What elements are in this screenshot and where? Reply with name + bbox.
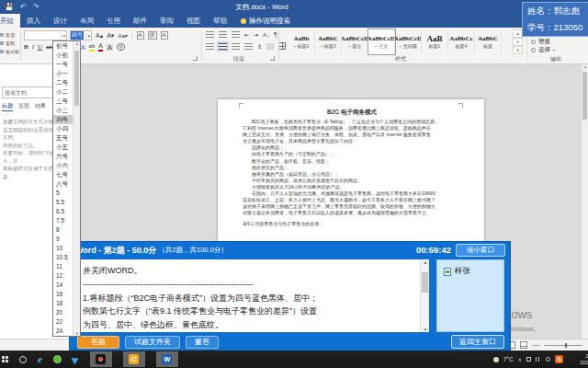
- character-border-button[interactable]: A: [161, 31, 168, 40]
- exam-footer-button[interactable]: 重答: [186, 336, 219, 349]
- ribbon-tab[interactable]: 帮助: [207, 14, 233, 28]
- start-button-icon[interactable]: [2, 356, 8, 362]
- clear-format-button[interactable]: A: [137, 31, 144, 40]
- align-left-button[interactable]: [206, 43, 214, 50]
- gallery-more-button[interactable]: ▼̲: [513, 46, 523, 54]
- font-size-option[interactable]: 二号: [53, 78, 74, 87]
- scroll-up-icon[interactable]: ▲: [74, 41, 81, 46]
- ribbon-tab[interactable]: 审阅: [153, 14, 180, 28]
- shrink-window-button[interactable]: 缩小窗口: [456, 244, 505, 257]
- font-size-option[interactable]: 八号: [53, 179, 74, 189]
- zoom-slider[interactable]: [544, 345, 582, 346]
- align-right-button[interactable]: [232, 43, 240, 50]
- font-size-option[interactable]: 小一: [53, 69, 74, 78]
- shrink-font-button[interactable]: A▾: [107, 32, 114, 40]
- editing-item[interactable]: 替换: [531, 38, 582, 46]
- decrease-indent-button[interactable]: ⇤: [244, 31, 249, 38]
- style-entry[interactable]: AaBbCc 标题4: [448, 29, 475, 54]
- launcher-arrow-icon[interactable]: [71, 354, 80, 363]
- underline-button[interactable]: U: [38, 43, 42, 51]
- font-size-option[interactable]: 小六: [53, 161, 74, 170]
- document-scrollbar[interactable]: ▲: [581, 64, 588, 339]
- word-titlebar[interactable]: 💾 ↶ ↷ 文档.docx - Word: [0, 0, 588, 14]
- web-layout-button[interactable]: [520, 341, 527, 349]
- clipboard-item[interactable]: 格式刷: [0, 47, 19, 55]
- sort-button[interactable]: A↓: [263, 32, 269, 38]
- change-case-button[interactable]: Aa▾: [118, 32, 127, 39]
- ribbon-tab[interactable]: 视图: [180, 14, 207, 28]
- scrollbar-thumb[interactable]: [582, 72, 587, 120]
- font-size-option[interactable]: 五号: [53, 133, 74, 143]
- taskbar-clock[interactable]: 22:1 2021/1: [568, 353, 588, 365]
- clipboard-item[interactable]: 剪切: [0, 30, 19, 39]
- highlight-color-button[interactable]: ab: [89, 42, 96, 52]
- weather-temp[interactable]: 7°C: [503, 356, 514, 362]
- enclose-characters-button[interactable]: 字: [117, 43, 125, 51]
- save-icon[interactable]: 💾: [5, 1, 14, 13]
- nav-search-input[interactable]: [3, 90, 51, 96]
- font-dialog-launcher[interactable]: [193, 56, 198, 61]
- justify-button[interactable]: [244, 43, 253, 50]
- style-entry[interactable]: AaBbCcD 无间隔: [395, 29, 422, 54]
- bullets-button[interactable]: [206, 31, 214, 38]
- exam-panel-header[interactable]: Word - 第2题 - 50.0分 （共2题，共100.0分） 00:59:4…: [70, 242, 510, 259]
- tray-icon[interactable]: [526, 357, 531, 362]
- tell-me-search[interactable]: 操作说明搜索: [241, 14, 290, 28]
- borders-button[interactable]: [278, 42, 286, 50]
- scroll-down-icon[interactable]: ▼: [74, 331, 81, 336]
- font-size-option[interactable]: 12: [53, 271, 74, 281]
- align-center-button[interactable]: [219, 43, 227, 50]
- ribbon-tab[interactable]: 开始: [0, 14, 20, 28]
- style-entry[interactable]: AaBb 标题2: [288, 29, 315, 54]
- browser-icon[interactable]: [53, 355, 62, 363]
- zoom-slider-thumb[interactable]: [565, 343, 567, 348]
- weather-icon[interactable]: [493, 357, 499, 362]
- font-size-option[interactable]: 24: [53, 327, 74, 336]
- font-color-button[interactable]: A: [98, 42, 103, 52]
- font-size-option[interactable]: 9: [53, 235, 74, 244]
- character-shading-button[interactable]: A: [107, 44, 113, 51]
- zoom-out-button[interactable]: —: [532, 341, 539, 349]
- nav-tab[interactable]: 结果: [35, 102, 46, 111]
- font-size-option[interactable]: 6.5: [53, 207, 74, 216]
- exam-text-scrollbar[interactable]: ▲ ▼: [420, 259, 429, 332]
- font-size-option[interactable]: 小初: [53, 51, 74, 60]
- style-entry[interactable]: AaBbCcD 正文: [368, 29, 395, 54]
- font-size-option[interactable]: 5.5: [53, 198, 74, 207]
- taskbar-app-recorder[interactable]: [90, 351, 112, 367]
- increase-indent-button[interactable]: ⇥: [254, 31, 258, 38]
- font-size-option[interactable]: 18: [53, 299, 74, 308]
- numbering-button[interactable]: [219, 31, 227, 38]
- font-size-option[interactable]: 8: [53, 225, 74, 235]
- exam-footer-button[interactable]: 试题文件夹: [125, 336, 180, 349]
- font-size-option[interactable]: 三号: [53, 97, 74, 106]
- style-entry[interactable]: AaBbC 标题3: [315, 29, 342, 54]
- internet-explorer-icon[interactable]: e: [38, 354, 42, 364]
- scrollbar-thumb[interactable]: [422, 272, 428, 293]
- taskbar-app-word[interactable]: W: [156, 351, 178, 367]
- chevron-down-icon[interactable]: ▾: [85, 33, 91, 39]
- font-size-combobox[interactable]: 四号 ▾: [70, 30, 92, 40]
- gallery-scroll-down[interactable]: ▼: [513, 38, 523, 46]
- font-size-option[interactable]: 10: [53, 244, 74, 253]
- exam-footer-button[interactable]: 答题: [77, 336, 119, 349]
- font-size-option[interactable]: 初号: [53, 41, 74, 51]
- input-method-icon[interactable]: S: [555, 355, 563, 363]
- font-size-option[interactable]: 七号: [53, 170, 74, 179]
- nav-tab[interactable]: 标题: [2, 102, 13, 111]
- italic-button[interactable]: I: [32, 43, 34, 51]
- scroll-up-icon[interactable]: ▲: [421, 259, 429, 265]
- font-size-option[interactable]: 22: [53, 317, 74, 327]
- multilevel-list-button[interactable]: [232, 31, 240, 38]
- clipboard-item[interactable]: 复制: [0, 39, 19, 47]
- line-spacing-button[interactable]: ⇕: [257, 43, 262, 50]
- network-icon[interactable]: [536, 357, 541, 362]
- scroll-up-icon[interactable]: ▲: [582, 64, 588, 69]
- font-size-option[interactable]: 六号: [53, 152, 74, 161]
- grow-font-button[interactable]: A▴: [96, 32, 103, 40]
- style-entry[interactable]: AaB 标题1: [422, 29, 448, 54]
- font-size-option[interactable]: 7.5: [53, 216, 74, 225]
- font-size-option[interactable]: 11: [53, 262, 74, 271]
- shading-button[interactable]: [266, 43, 274, 50]
- tray-expand-icon[interactable]: ∧: [518, 356, 522, 362]
